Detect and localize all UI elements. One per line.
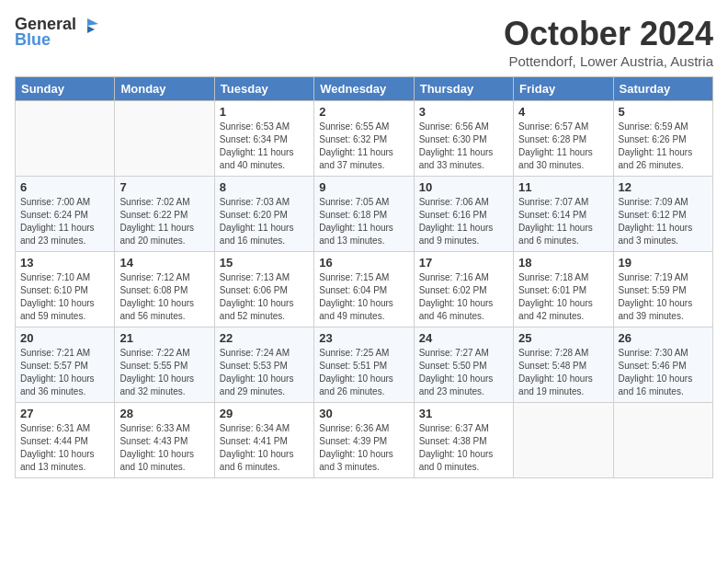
calendar-cell	[115, 101, 214, 177]
calendar-cell	[16, 101, 115, 177]
week-row-0: 1Sunrise: 6:53 AM Sunset: 6:34 PM Daylig…	[16, 101, 713, 177]
calendar-cell: 17Sunrise: 7:16 AM Sunset: 6:02 PM Dayli…	[414, 252, 513, 327]
month-title: October 2024	[504, 15, 713, 53]
day-number: 19	[619, 256, 708, 270]
day-number: 7	[119, 180, 209, 194]
day-info: Sunrise: 7:06 AM Sunset: 6:16 PM Dayligh…	[419, 196, 508, 247]
calendar-cell: 24Sunrise: 7:27 AM Sunset: 5:50 PM Dayli…	[414, 327, 513, 403]
day-number: 27	[20, 407, 109, 420]
calendar-cell: 4Sunrise: 6:57 AM Sunset: 6:28 PM Daylig…	[514, 101, 613, 177]
calendar-cell: 5Sunrise: 6:59 AM Sunset: 6:26 PM Daylig…	[613, 101, 712, 177]
calendar-cell: 23Sunrise: 7:25 AM Sunset: 5:51 PM Dayli…	[314, 327, 414, 403]
day-info: Sunrise: 6:59 AM Sunset: 6:26 PM Dayligh…	[619, 121, 708, 172]
calendar-cell: 26Sunrise: 7:30 AM Sunset: 5:46 PM Dayli…	[613, 327, 712, 403]
calendar-cell: 14Sunrise: 7:12 AM Sunset: 6:08 PM Dayli…	[115, 252, 214, 327]
day-number: 29	[220, 407, 309, 420]
logo-bird-icon	[78, 17, 98, 33]
day-number: 10	[419, 180, 508, 194]
calendar-cell: 9Sunrise: 7:05 AM Sunset: 6:18 PM Daylig…	[314, 177, 414, 252]
day-number: 20	[20, 331, 109, 345]
day-info: Sunrise: 7:21 AM Sunset: 5:57 PM Dayligh…	[20, 347, 109, 398]
day-info: Sunrise: 7:09 AM Sunset: 6:12 PM Dayligh…	[619, 196, 708, 247]
day-number: 26	[619, 331, 708, 345]
header-sunday: Sunday	[16, 77, 115, 101]
logo-blue: Blue	[15, 30, 51, 50]
day-info: Sunrise: 6:53 AM Sunset: 6:34 PM Dayligh…	[220, 121, 309, 172]
week-row-4: 27Sunrise: 6:31 AM Sunset: 4:44 PM Dayli…	[16, 403, 713, 478]
calendar-cell: 18Sunrise: 7:18 AM Sunset: 6:01 PM Dayli…	[514, 252, 613, 327]
day-number: 1	[220, 105, 309, 119]
day-number: 6	[20, 180, 109, 194]
day-number: 15	[220, 256, 309, 270]
calendar-cell: 29Sunrise: 6:34 AM Sunset: 4:41 PM Dayli…	[214, 403, 313, 478]
day-info: Sunrise: 7:10 AM Sunset: 6:10 PM Dayligh…	[20, 271, 109, 323]
day-info: Sunrise: 7:13 AM Sunset: 6:06 PM Dayligh…	[220, 271, 309, 323]
week-row-2: 13Sunrise: 7:10 AM Sunset: 6:10 PM Dayli…	[16, 252, 713, 327]
calendar-cell: 3Sunrise: 6:56 AM Sunset: 6:30 PM Daylig…	[414, 101, 513, 177]
day-info: Sunrise: 7:07 AM Sunset: 6:14 PM Dayligh…	[518, 196, 608, 247]
calendar-cell: 28Sunrise: 6:33 AM Sunset: 4:43 PM Dayli…	[115, 403, 214, 478]
day-number: 12	[619, 180, 708, 194]
day-number: 25	[518, 331, 608, 345]
calendar-cell: 16Sunrise: 7:15 AM Sunset: 6:04 PM Dayli…	[314, 252, 414, 327]
day-number: 11	[518, 180, 608, 194]
day-number: 4	[518, 105, 608, 119]
day-number: 30	[319, 407, 408, 420]
calendar-cell: 2Sunrise: 6:55 AM Sunset: 6:32 PM Daylig…	[314, 101, 414, 177]
day-info: Sunrise: 6:36 AM Sunset: 4:39 PM Dayligh…	[319, 422, 408, 474]
calendar-cell: 1Sunrise: 6:53 AM Sunset: 6:34 PM Daylig…	[214, 101, 313, 177]
calendar-cell: 6Sunrise: 7:00 AM Sunset: 6:24 PM Daylig…	[16, 177, 115, 252]
calendar-cell: 27Sunrise: 6:31 AM Sunset: 4:44 PM Dayli…	[16, 403, 115, 478]
header-wednesday: Wednesday	[314, 77, 414, 101]
day-number: 24	[419, 331, 508, 345]
day-number: 9	[319, 180, 408, 194]
calendar-cell	[613, 403, 712, 478]
calendar-cell: 11Sunrise: 7:07 AM Sunset: 6:14 PM Dayli…	[514, 177, 613, 252]
day-info: Sunrise: 6:57 AM Sunset: 6:28 PM Dayligh…	[518, 121, 608, 172]
day-number: 31	[419, 407, 508, 420]
calendar-cell: 8Sunrise: 7:03 AM Sunset: 6:20 PM Daylig…	[214, 177, 313, 252]
day-number: 18	[518, 256, 608, 270]
day-info: Sunrise: 7:25 AM Sunset: 5:51 PM Dayligh…	[319, 347, 408, 398]
day-info: Sunrise: 7:00 AM Sunset: 6:24 PM Dayligh…	[20, 196, 109, 247]
day-number: 2	[319, 105, 408, 119]
day-number: 21	[119, 331, 209, 345]
day-info: Sunrise: 6:31 AM Sunset: 4:44 PM Dayligh…	[20, 422, 109, 474]
day-info: Sunrise: 7:24 AM Sunset: 5:53 PM Dayligh…	[220, 347, 309, 398]
week-row-3: 20Sunrise: 7:21 AM Sunset: 5:57 PM Dayli…	[16, 327, 713, 403]
day-info: Sunrise: 7:16 AM Sunset: 6:02 PM Dayligh…	[419, 271, 508, 323]
calendar-cell: 20Sunrise: 7:21 AM Sunset: 5:57 PM Dayli…	[16, 327, 115, 403]
page-header: General Blue October 2024 Pottendorf, Lo…	[15, 15, 713, 69]
day-number: 5	[619, 105, 708, 119]
day-info: Sunrise: 7:19 AM Sunset: 5:59 PM Dayligh…	[619, 271, 708, 323]
day-number: 22	[220, 331, 309, 345]
day-info: Sunrise: 6:56 AM Sunset: 6:30 PM Dayligh…	[419, 121, 508, 172]
svg-marker-0	[87, 18, 98, 26]
day-info: Sunrise: 7:28 AM Sunset: 5:48 PM Dayligh…	[518, 347, 608, 398]
calendar-cell: 15Sunrise: 7:13 AM Sunset: 6:06 PM Dayli…	[214, 252, 313, 327]
calendar-cell: 25Sunrise: 7:28 AM Sunset: 5:48 PM Dayli…	[514, 327, 613, 403]
calendar-cell: 31Sunrise: 6:37 AM Sunset: 4:38 PM Dayli…	[414, 403, 513, 478]
calendar-cell: 22Sunrise: 7:24 AM Sunset: 5:53 PM Dayli…	[214, 327, 313, 403]
calendar-cell: 30Sunrise: 6:36 AM Sunset: 4:39 PM Dayli…	[314, 403, 414, 478]
calendar-cell: 12Sunrise: 7:09 AM Sunset: 6:12 PM Dayli…	[613, 177, 712, 252]
day-number: 17	[419, 256, 508, 270]
day-number: 16	[319, 256, 408, 270]
calendar-cell: 13Sunrise: 7:10 AM Sunset: 6:10 PM Dayli…	[16, 252, 115, 327]
week-row-1: 6Sunrise: 7:00 AM Sunset: 6:24 PM Daylig…	[16, 177, 713, 252]
day-info: Sunrise: 7:27 AM Sunset: 5:50 PM Dayligh…	[419, 347, 508, 398]
day-info: Sunrise: 6:33 AM Sunset: 4:43 PM Dayligh…	[119, 422, 209, 474]
header-friday: Friday	[514, 77, 613, 101]
calendar-cell	[514, 403, 613, 478]
day-number: 28	[119, 407, 209, 420]
day-info: Sunrise: 6:37 AM Sunset: 4:38 PM Dayligh…	[419, 422, 508, 474]
header-monday: Monday	[115, 77, 214, 101]
day-info: Sunrise: 7:12 AM Sunset: 6:08 PM Dayligh…	[119, 271, 209, 323]
header-row: SundayMondayTuesdayWednesdayThursdayFrid…	[16, 77, 713, 101]
title-area: October 2024 Pottendorf, Lower Austria, …	[504, 15, 713, 69]
svg-marker-1	[87, 26, 95, 33]
day-number: 13	[20, 256, 109, 270]
day-info: Sunrise: 7:18 AM Sunset: 6:01 PM Dayligh…	[518, 271, 608, 323]
day-number: 14	[119, 256, 209, 270]
header-tuesday: Tuesday	[214, 77, 313, 101]
